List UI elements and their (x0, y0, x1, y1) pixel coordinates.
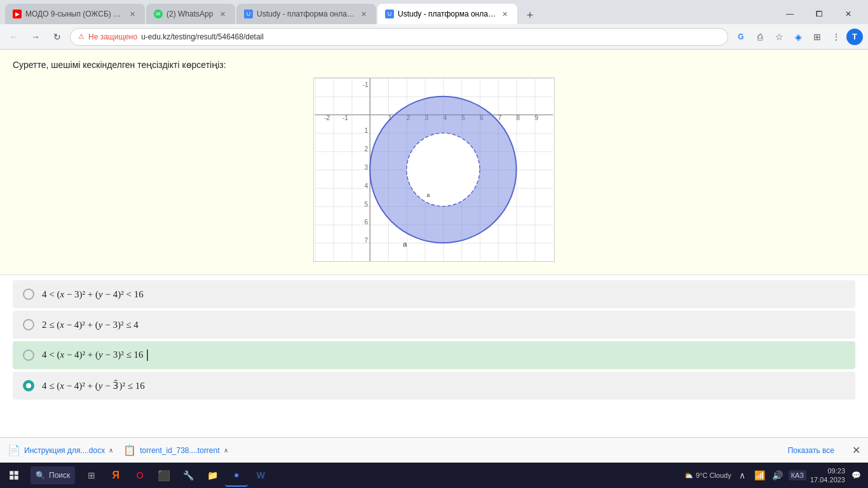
url-text: u-edu.kz/testing/result/546468/detail (141, 32, 720, 41)
yandex-taskbar-icon[interactable]: Я (104, 464, 127, 487)
bookmark-button[interactable]: ☆ (770, 28, 788, 46)
svg-text:7: 7 (498, 114, 502, 121)
explorer-taskbar-icon[interactable]: 📁 (201, 464, 224, 487)
download-item-2[interactable]: 📋 torrent_id_738....torrent ∧ (123, 444, 227, 456)
windows-logo-icon (8, 470, 20, 481)
weather-text: 9°C Cloudy (696, 471, 731, 479)
opera-taskbar-icon[interactable]: O (128, 464, 151, 487)
tab-youtube-close[interactable]: ✕ (127, 9, 137, 19)
tab-ustudy2[interactable]: U Ustudy - платформа онлайн тес ✕ (377, 4, 517, 24)
tab-ustudy1-close[interactable]: ✕ (358, 9, 369, 19)
show-all-downloads-button[interactable]: Показать все (783, 444, 839, 458)
start-button[interactable] (0, 463, 28, 488)
address-bar: ← → ↻ ⚠ Не защищено u-edu.kz/testing/res… (0, 24, 868, 50)
profile-button[interactable]: T (846, 29, 863, 45)
docx-icon: 📄 (8, 444, 20, 456)
svg-text:2: 2 (365, 146, 369, 152)
svg-text:3: 3 (365, 164, 369, 171)
svg-text:4: 4 (365, 182, 369, 189)
notification-icon[interactable]: 💬 (849, 468, 863, 482)
browser-chrome: ▶ МОДО 9-сынып (ОЖСБ) - YouT... ✕ ✉ (2) … (0, 0, 868, 50)
google-icon[interactable]: G (732, 28, 750, 46)
radio-2 (23, 319, 34, 330)
tortoise-taskbar-icon[interactable]: 🔧 (177, 464, 200, 487)
tab-bar: ▶ МОДО 9-сынып (ОЖСБ) - YouT... ✕ ✉ (2) … (0, 0, 868, 24)
content-area[interactable]: Суретте, шешімі кескінделген теңсіздікті… (0, 50, 868, 437)
tab-youtube-title: МОДО 9-сынып (ОЖСБ) - YouT... (25, 10, 123, 18)
svg-point-23 (407, 133, 480, 206)
tab-ustudy1-title: Ustudy - платформа онлайн тес... (257, 10, 355, 18)
tab-ustudy2-title: Ustudy - платформа онлайн тес (398, 10, 496, 18)
answer-text-1: 4 < (x − 3)² + (y − 4)² < 16 (42, 289, 144, 300)
youtube-favicon: ▶ (13, 10, 22, 18)
graph-svg: -2 -1 1 2 3 4 5 6 7 8 9 -1 1 2 3 4 5 (314, 78, 554, 261)
ustudy1-favicon: U (244, 10, 253, 18)
answer-option-3[interactable]: 4 < (x − 4)² + (y − 3)² ≤ 16 (13, 341, 855, 369)
answer-option-1[interactable]: 4 < (x − 3)² + (y − 4)² < 16 (13, 280, 855, 308)
back-button[interactable]: ← (5, 28, 23, 46)
svg-text:7: 7 (365, 237, 369, 244)
question-text: Суретте, шешімі кескінделген теңсіздікті… (13, 60, 855, 70)
page-content: Суретте, шешімі кескінделген теңсіздікті… (0, 50, 868, 437)
not-secure-label: Не защищено (88, 32, 137, 41)
forward-button[interactable]: → (27, 28, 44, 46)
tab-ustudy1[interactable]: U Ustudy - платформа онлайн тес... ✕ (236, 4, 376, 24)
word-taskbar-icon[interactable]: W (249, 464, 272, 487)
time-display: 09:23 (810, 466, 845, 475)
search-icon: 🔍 (36, 471, 45, 480)
clock[interactable]: 09:23 17.04.2023 (810, 466, 845, 485)
new-tab-button[interactable]: + (521, 6, 539, 24)
answers-section: 4 < (x − 3)² + (y − 4)² < 16 2 ≤ (x − 4)… (0, 275, 868, 407)
download-item-1[interactable]: 📄 Инструкция для....docx ∧ (8, 444, 113, 456)
download-1-chevron[interactable]: ∧ (109, 447, 113, 454)
search-label: Поиск (49, 471, 70, 480)
download-item-1-name: Инструкция для....docx (24, 446, 105, 455)
svg-text:-2: -2 (324, 114, 330, 121)
cloud-icon: ⛅ (684, 471, 693, 480)
language-indicator[interactable]: КАЗ (789, 470, 806, 480)
tab-whatsapp-close[interactable]: ✕ (217, 9, 227, 19)
tray-up-arrow[interactable]: ∧ (735, 468, 749, 482)
taskbar-items: ⊞ Я O ⬛ 🔧 📁 ● W (78, 464, 275, 487)
share-button[interactable]: ⎙ (751, 28, 769, 46)
tab-youtube[interactable]: ▶ МОДО 9-сынып (ОЖСБ) - YouT... ✕ (5, 4, 145, 24)
file-manager-taskbar-icon[interactable]: ⬛ (153, 464, 175, 487)
download-bar: 📄 Инструкция для....docx ∧ 📋 torrent_id_… (0, 437, 868, 463)
tab-whatsapp[interactable]: ✉ (2) WhatsApp ✕ (146, 4, 235, 24)
answer-text-2: 2 ≤ (x − 4)² + (y − 3)² ≤ 4 (42, 320, 139, 330)
close-button[interactable]: ✕ (834, 4, 863, 24)
answer-option-4[interactable]: 4 ≤ (x − 4)² + (y − 3̄)² ≤ 16 (13, 372, 855, 400)
radio-3 (23, 349, 34, 361)
network-icon[interactable]: 📶 (753, 468, 767, 482)
extension-icon[interactable]: ◈ (789, 28, 807, 46)
torrent-icon: 📋 (123, 444, 136, 456)
speaker-icon[interactable]: 🔊 (771, 468, 785, 482)
settings-button[interactable]: ⋮ (827, 28, 845, 46)
download-2-chevron[interactable]: ∧ (224, 447, 228, 454)
tab-ustudy2-close[interactable]: ✕ (499, 9, 510, 19)
taskbar: 🔍 Поиск ⊞ Я O ⬛ 🔧 📁 ● W ⛅ 9°C Cloudy ∧ 📶… (0, 463, 868, 488)
system-tray: ⛅ 9°C Cloudy ∧ 📶 🔊 КАЗ 09:23 17.04.2023 … (679, 466, 868, 485)
svg-text:6: 6 (365, 219, 369, 226)
weather-widget: ⛅ 9°C Cloudy (684, 471, 731, 480)
download-item-2-name: torrent_id_738....torrent (140, 446, 219, 455)
whatsapp-favicon: ✉ (154, 10, 163, 18)
answer-option-2[interactable]: 2 ≤ (x − 4)² + (y − 3)² ≤ 4 (13, 311, 855, 339)
svg-text:9: 9 (534, 114, 538, 121)
minimize-button[interactable]: — (775, 4, 804, 24)
reload-button[interactable]: ↻ (48, 28, 66, 46)
task-view-button[interactable]: ⊞ (80, 464, 103, 487)
ustudy2-favicon: U (385, 10, 394, 18)
bookmark-manager-icon[interactable]: ⊞ (808, 28, 826, 46)
maximize-button[interactable]: ⧠ (804, 4, 834, 24)
date-display: 17.04.2023 (810, 475, 845, 484)
tab-whatsapp-title: (2) WhatsApp (166, 10, 214, 18)
taskbar-search[interactable]: 🔍 Поиск (31, 466, 75, 484)
svg-text:8: 8 (517, 114, 520, 121)
close-download-bar-button[interactable]: ✕ (852, 444, 860, 456)
radio-1 (23, 288, 34, 300)
svg-text:-1: -1 (342, 114, 348, 121)
chrome-taskbar-icon[interactable]: ● (225, 464, 248, 487)
answer-text-4: 4 ≤ (x − 4)² + (y − 3̄)² ≤ 16 (42, 380, 145, 391)
url-bar[interactable]: ⚠ Не защищено u-edu.kz/testing/result/54… (70, 28, 728, 46)
